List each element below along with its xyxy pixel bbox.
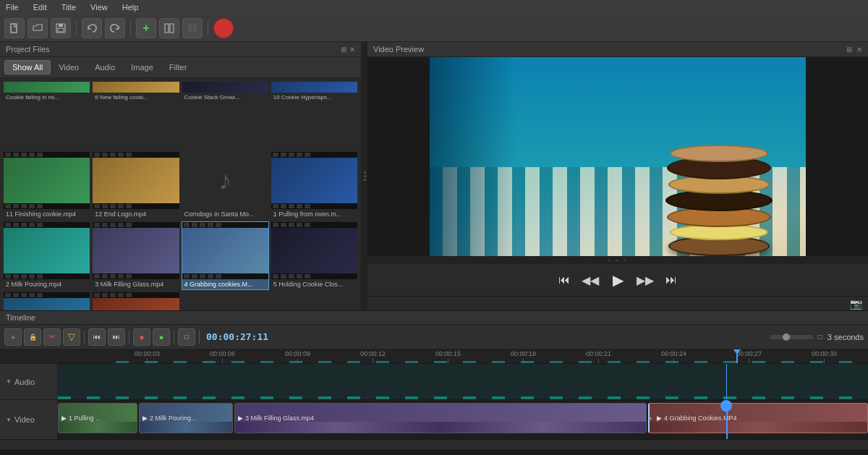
rewind-button[interactable]: ◀◀ <box>580 271 600 289</box>
video-shadow <box>430 57 516 256</box>
media-label-4: 1 Pulling from oven.m... <box>271 209 357 219</box>
filter-tab-audio[interactable]: Audio <box>87 60 123 75</box>
svg-rect-7 <box>193 24 197 33</box>
media-label-2: 12 End Logo.mp4 <box>93 209 179 219</box>
project-files-title: Project Files <box>6 45 50 54</box>
video-track-row: ▼ Video ▶ 1 Pulling ... ▶ 2 Milk Pouring… <box>0 400 868 440</box>
toolbar-separator-3 <box>208 20 208 36</box>
media-item-7[interactable]: 4 Grabbing cookies.M... <box>182 221 269 290</box>
undo-button[interactable] <box>82 18 102 38</box>
tl-zoom-thumb[interactable] <box>783 333 790 341</box>
video-track-content[interactable]: ▶ 1 Pulling ... ▶ 2 Milk Pouring... <box>58 400 868 439</box>
resize-dots <box>364 171 366 181</box>
media-item-5[interactable]: 2 Milk Pouring.mp4 <box>3 221 90 290</box>
svg-rect-5 <box>170 24 174 33</box>
timeline-scrollbar[interactable] <box>0 449 868 455</box>
menu-view[interactable]: View <box>88 3 111 12</box>
media-item-4[interactable]: 1 Pulling from oven.m... <box>271 151 358 220</box>
media-label-6: 3 Milk Filling Glass.mp4 <box>93 279 179 289</box>
media-item-8[interactable]: 5 Holding Cookie Clos... <box>271 221 358 290</box>
clip-4-arrow: ▶ <box>657 414 662 422</box>
audio-track-name: Audio <box>14 378 35 386</box>
media-item-1[interactable]: 11 Finishing cookie.mp4 <box>3 151 90 220</box>
tl-color2-button[interactable]: ● <box>153 328 170 346</box>
preview-close-icon[interactable]: ✕ <box>856 46 862 54</box>
menu-file[interactable]: File <box>3 3 22 12</box>
video-track-expand[interactable]: ▼ <box>6 417 12 423</box>
ruler-teal-markers <box>116 361 868 363</box>
media-item-9[interactable]: 6 Cookies falling from... <box>3 292 90 310</box>
media-item-top2[interactable]: 6 New falling cooki... <box>92 81 179 103</box>
clip-1-arrow: ▶ <box>61 414 67 422</box>
main-toolbar: + <box>0 14 868 42</box>
tl-prev-marker-button[interactable]: ⏮ <box>88 328 106 346</box>
clip-2-title: 2 Milk Pouring... <box>150 414 197 422</box>
panel-close-icon[interactable]: ✕ <box>349 46 355 54</box>
timeline-toolbar: + 🔒 ✂ ▽ ⏮ ⏭ ● ● □ 00:00:27:11 □ 3 second… <box>0 325 868 349</box>
tl-filter-button[interactable]: ▽ <box>63 328 80 346</box>
menu-help[interactable]: Help <box>119 3 142 12</box>
clip-2-thumb-strip <box>140 422 232 433</box>
media-label-5: 2 Milk Pouring.mp4 <box>4 279 90 289</box>
audio-clip-indicator <box>58 396 868 399</box>
menu-edit[interactable]: Edit <box>30 3 50 12</box>
svg-rect-6 <box>188 24 192 33</box>
media-item-2[interactable]: 12 End Logo.mp4 <box>92 151 179 220</box>
skip-start-button[interactable]: ⏮ <box>554 271 574 289</box>
panel-expand-icon[interactable]: ⊞ <box>341 46 346 54</box>
tl-cut-button[interactable]: ✂ <box>43 328 61 346</box>
media-item-10[interactable]: 1 Pulling from oven.m... <box>92 292 179 310</box>
import-button[interactable] <box>159 18 179 38</box>
ruler-marks: 00:00:03 00:00:06 00:00:09 00:00:12 00:0… <box>116 349 868 363</box>
tl-color1-button[interactable]: ● <box>133 328 150 346</box>
new-button[interactable] <box>4 18 25 38</box>
video-clip-2[interactable]: ▶ 2 Milk Pouring... <box>139 403 233 433</box>
left-panel: Project Files ⊞ ✕ Show All Video Audio I… <box>0 42 362 310</box>
skip-end-button[interactable]: ⏭ <box>661 271 681 289</box>
preview-expand-icon[interactable]: ⊞ <box>846 46 852 54</box>
svg-rect-3 <box>58 28 64 32</box>
audio-track-expand[interactable]: ▼ <box>6 378 12 385</box>
open-button[interactable] <box>27 18 48 38</box>
ruler-playhead[interactable] <box>736 349 738 363</box>
filter-tab-filter[interactable]: Filter <box>161 60 195 75</box>
video-clip-1[interactable]: ▶ 1 Pulling ... <box>58 403 137 433</box>
tl-add-button[interactable]: + <box>4 328 22 346</box>
media-item-top1[interactable]: Cookie falling in mi... <box>3 81 90 103</box>
svg-rect-4 <box>165 24 169 33</box>
timeline-ruler: 00:00:03 00:00:06 00:00:09 00:00:12 00:0… <box>0 349 868 364</box>
camera-icon[interactable]: 📷 <box>850 298 862 310</box>
toolbar-separator-2 <box>130 20 131 36</box>
timeline-tracks: ▼ Audio ▼ Video ▶ 1 <box>0 364 868 449</box>
playhead-ball[interactable] <box>720 400 732 412</box>
tl-next-marker-button[interactable]: ⏭ <box>108 328 125 346</box>
preview-resize-handle[interactable]: • • • <box>367 256 868 263</box>
menu-bar: File Edit Title View Help <box>0 0 868 14</box>
export-button[interactable] <box>182 18 203 38</box>
play-button[interactable]: ▶ <box>606 268 629 292</box>
add-media-button[interactable]: + <box>136 18 156 38</box>
clip-1-title: 1 Pulling ... <box>69 414 101 422</box>
media-item-3[interactable]: ♪ Corndogs in Santa Mo... <box>182 151 269 220</box>
tl-zoom-track[interactable] <box>770 335 813 339</box>
media-label-8: 5 Holding Cookie Clos... <box>271 279 357 289</box>
video-clip-4[interactable]: ↔ ▶ 4 Grabbing Cookies.MP4 <box>648 403 868 433</box>
menu-title[interactable]: Title <box>59 3 79 12</box>
audio-track-content[interactable] <box>58 364 868 399</box>
record-button[interactable] <box>213 18 234 38</box>
media-item-top3[interactable]: Cookie Stack Growi... <box>182 81 269 103</box>
right-panel: Video Preview ⊞ ✕ <box>367 42 868 310</box>
media-item-6[interactable]: 3 Milk Filling Glass.mp4 <box>92 221 179 290</box>
vertical-resize-handle[interactable] <box>362 42 367 310</box>
fast-forward-button[interactable]: ▶▶ <box>635 271 655 289</box>
save-button[interactable] <box>51 18 71 38</box>
tl-snap-button[interactable]: □ <box>178 328 195 346</box>
tl-lock-button[interactable]: 🔒 <box>24 328 41 346</box>
filter-tab-image[interactable]: Image <box>123 60 161 75</box>
media-item-top4[interactable]: 10 Cookie Hyperlaps... <box>271 81 358 103</box>
filter-tab-video[interactable]: Video <box>51 60 87 75</box>
video-clip-3[interactable]: ▶ 3 Milk Filling Glass.mp4 <box>234 403 647 433</box>
filter-tab-show-all[interactable]: Show All <box>4 60 51 75</box>
tl-zoom-box-icon: □ <box>818 333 822 341</box>
redo-button[interactable] <box>105 18 125 38</box>
